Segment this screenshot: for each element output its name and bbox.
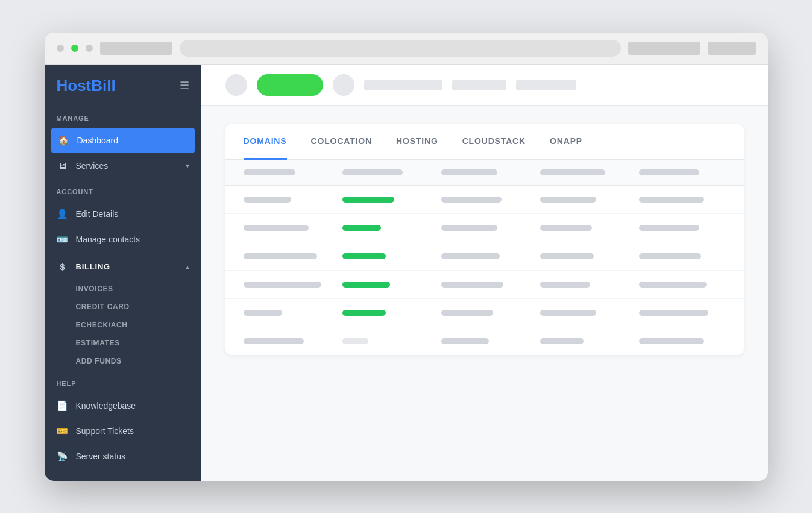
cell-r5-c3 <box>441 310 528 316</box>
table-header-col4 <box>540 169 627 175</box>
table-header-col1 <box>244 169 330 175</box>
cell-r4-c2 <box>342 282 429 288</box>
sidebar-item-manage-contacts[interactable]: 🪪 Manage contacts <box>45 227 201 252</box>
knowledgebase-label: Knowledgebase <box>76 401 136 411</box>
browser-action-1 <box>628 42 700 55</box>
cell-r5-c5 <box>639 310 726 316</box>
table-row <box>225 299 744 327</box>
edit-details-label: Edit Details <box>76 209 119 219</box>
header-bar-1 <box>364 80 442 90</box>
sidebar-sub-invoices[interactable]: INVOICES <box>45 280 201 298</box>
cell-r5-c1 <box>244 310 330 316</box>
dashboard-label: Dashboard <box>77 136 119 145</box>
header-bar-col5 <box>639 169 700 175</box>
support-tickets-label: Support Tickets <box>76 426 134 436</box>
services-label: Services <box>76 161 109 171</box>
home-icon: 🏠 <box>58 134 70 146</box>
main-body: DOMAINS COLOCATION HOSTING CLOUDSTACK ON… <box>201 106 768 481</box>
cell-r2-c2 <box>342 225 429 231</box>
help-section-label: HELP <box>45 380 201 393</box>
brand-name-part1: Host <box>57 77 92 95</box>
browser-dot-1 <box>57 45 64 52</box>
sidebar-sub-echeck[interactable]: ECHECK/ACH <box>45 316 201 334</box>
table-row <box>225 271 744 299</box>
cell-r1-c3 <box>441 197 528 203</box>
contacts-icon: 🪪 <box>57 233 69 245</box>
cell-r3-c2 <box>342 253 429 259</box>
knowledgebase-icon: 📄 <box>57 400 69 412</box>
cell-r4-c4 <box>540 282 627 288</box>
cell-r5-c4 <box>540 310 627 316</box>
cell-r6-c5 <box>639 338 726 344</box>
table-row <box>225 214 744 242</box>
server-status-label: Server status <box>76 452 125 461</box>
tab-domains[interactable]: DOMAINS <box>244 124 287 160</box>
data-table <box>225 160 744 355</box>
cell-r6-c3 <box>441 338 528 344</box>
server-status-icon: 📡 <box>57 450 69 462</box>
browser-tab <box>100 42 172 55</box>
services-chevron: ▾ <box>186 162 189 170</box>
table-row <box>225 327 744 355</box>
sidebar: HostBill ☰ MANAGE 🏠 Dashboard 🖥 Services… <box>45 65 201 481</box>
tabs-container: DOMAINS COLOCATION HOSTING CLOUDSTACK ON… <box>225 124 744 355</box>
main-content: DOMAINS COLOCATION HOSTING CLOUDSTACK ON… <box>201 65 768 481</box>
main-header <box>201 65 768 106</box>
header-bar-3 <box>516 80 576 90</box>
header-bar-col2 <box>342 169 403 175</box>
cell-r1-c5 <box>639 197 726 203</box>
cell-r1-c1 <box>244 197 330 203</box>
hamburger-icon[interactable]: ☰ <box>180 79 189 92</box>
header-circle-2 <box>333 74 354 96</box>
header-bar-2 <box>452 80 506 90</box>
tab-onapp[interactable]: ONAPP <box>550 124 582 160</box>
brand-name-part2: Bill <box>91 77 115 95</box>
cell-r3-c4 <box>540 253 627 259</box>
billing-icon: $ <box>57 261 69 273</box>
sidebar-item-billing[interactable]: $ BILLING ▴ <box>45 254 201 280</box>
cell-r1-c2 <box>342 197 429 203</box>
tab-cloudstack[interactable]: CLOUDSTACK <box>462 124 526 160</box>
header-active-button[interactable] <box>257 74 323 96</box>
sidebar-item-dashboard[interactable]: 🏠 Dashboard <box>51 128 195 153</box>
billing-chevron: ▴ <box>186 263 189 271</box>
services-icon: 🖥 <box>57 160 69 172</box>
manage-section-label: MANAGE <box>45 115 201 128</box>
table-header-row <box>225 160 744 186</box>
manage-contacts-label: Manage contacts <box>76 234 140 244</box>
sidebar-item-services[interactable]: 🖥 Services ▾ <box>45 153 201 178</box>
user-icon: 👤 <box>57 208 69 220</box>
tab-hosting[interactable]: HOSTING <box>396 124 438 160</box>
header-bar-col1 <box>244 169 295 175</box>
browser-body: HostBill ☰ MANAGE 🏠 Dashboard 🖥 Services… <box>45 65 768 481</box>
sidebar-sub-estimates[interactable]: ESTIMATES <box>45 334 201 352</box>
browser-url-bar[interactable] <box>180 40 621 57</box>
sidebar-item-knowledgebase[interactable]: 📄 Knowledgebase <box>45 393 201 418</box>
sidebar-item-edit-details[interactable]: 👤 Edit Details <box>45 201 201 227</box>
browser-dot-active <box>71 45 78 52</box>
sidebar-sub-add-funds[interactable]: ADD FUNDS <box>45 352 201 370</box>
sidebar-item-server-status[interactable]: 📡 Server status <box>45 444 201 469</box>
cell-r3-c3 <box>441 253 528 259</box>
header-bar-col3 <box>441 169 498 175</box>
table-row <box>225 186 744 214</box>
table-header-col2 <box>342 169 429 175</box>
sidebar-sub-credit-card[interactable]: CREDIT CARD <box>45 298 201 316</box>
cell-r2-c1 <box>244 225 330 231</box>
cell-r4-c5 <box>639 282 726 288</box>
browser-action-2 <box>708 42 756 55</box>
cell-r3-c1 <box>244 253 330 259</box>
cell-r6-c4 <box>540 338 627 344</box>
table-row <box>225 242 744 271</box>
table-header-col5 <box>639 169 726 175</box>
sidebar-logo: HostBill ☰ <box>45 77 201 110</box>
sidebar-item-support-tickets[interactable]: 🎫 Support Tickets <box>45 418 201 444</box>
account-section-label: ACCOUNT <box>45 188 201 201</box>
tab-colocation[interactable]: COLOCATION <box>311 124 372 160</box>
browser-toolbar <box>45 33 768 65</box>
cell-r4-c3 <box>441 282 528 288</box>
cell-r6-c1 <box>244 338 330 344</box>
cell-r2-c4 <box>540 225 627 231</box>
cell-r1-c4 <box>540 197 627 203</box>
billing-label: BILLING <box>76 262 110 271</box>
